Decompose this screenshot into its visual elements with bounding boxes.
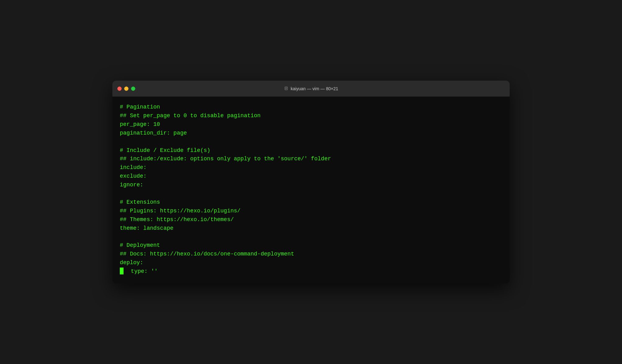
code-line-10: ignore: xyxy=(120,181,502,189)
code-line-9: exclude: xyxy=(120,172,502,181)
code-line-18: ## Docs: https://hexo.io/docs/one-comman… xyxy=(120,250,502,259)
code-line-5 xyxy=(120,138,502,146)
cursor xyxy=(120,268,124,274)
window-title-text: kaiyuan — vim — 80×21 xyxy=(291,86,338,91)
code-line-2: ## Set per_page to 0 to disable paginati… xyxy=(120,112,502,120)
traffic-lights xyxy=(117,87,135,91)
code-line-4: pagination_dir: page xyxy=(120,129,502,138)
file-icon xyxy=(284,86,289,91)
window-title: kaiyuan — vim — 80×21 xyxy=(284,86,338,91)
close-button[interactable] xyxy=(117,87,122,91)
code-line-3: per_page: 10 xyxy=(120,120,502,129)
code-line-14: ## Themes: https://hexo.io/themes/ xyxy=(120,215,502,224)
code-line-17: # Deployment xyxy=(120,241,502,250)
terminal-body[interactable]: # Pagination ## Set per_page to 0 to dis… xyxy=(112,97,510,283)
code-line-6: # Include / Exclude file(s) xyxy=(120,146,502,155)
code-line-15: theme: landscape xyxy=(120,224,502,233)
code-line-13: ## Plugins: https://hexo.io/plugins/ xyxy=(120,207,502,215)
code-line-20: type: '' xyxy=(120,267,502,276)
code-line-8: include: xyxy=(120,163,502,172)
code-line-12: # Extensions xyxy=(120,198,502,207)
code-line-11 xyxy=(120,189,502,198)
minimize-button[interactable] xyxy=(124,87,128,91)
code-line-7: ## include:/exclude: options only apply … xyxy=(120,155,502,163)
code-line-1: # Pagination xyxy=(120,103,502,112)
maximize-button[interactable] xyxy=(131,87,135,91)
code-line-16 xyxy=(120,233,502,241)
code-line-19: deploy: xyxy=(120,259,502,267)
terminal-window: kaiyuan — vim — 80×21 # Pagination ## Se… xyxy=(112,81,510,283)
title-bar: kaiyuan — vim — 80×21 xyxy=(112,81,510,97)
